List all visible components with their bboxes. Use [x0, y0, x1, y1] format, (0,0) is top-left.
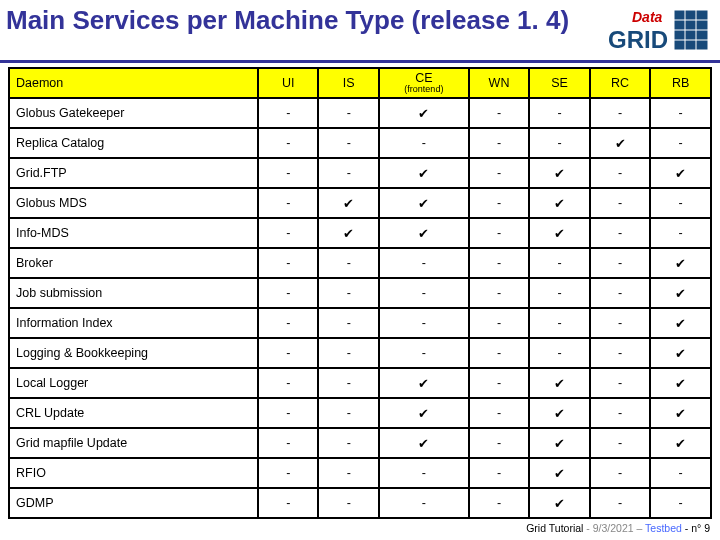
cell: -: [379, 278, 469, 308]
cell: -: [258, 458, 319, 488]
table-row: GDMP----✔--: [9, 488, 711, 518]
cell: -: [590, 218, 651, 248]
slide-title: Main Services per Machine Type (release …: [6, 6, 569, 35]
table-row: CRL Update--✔-✔-✔: [9, 398, 711, 428]
table-row: Replica Catalog-----✔-: [9, 128, 711, 158]
cell: ✔: [529, 488, 590, 518]
cell: -: [258, 428, 319, 458]
cell: ✔: [379, 398, 469, 428]
cell: -: [318, 398, 379, 428]
svg-text:Data: Data: [632, 9, 663, 25]
col-ce: CE (frontend): [379, 68, 469, 98]
cell: -: [650, 128, 711, 158]
cell: -: [590, 428, 651, 458]
cell: -: [258, 248, 319, 278]
cell: -: [318, 458, 379, 488]
cell: -: [469, 368, 530, 398]
row-name: Information Index: [9, 308, 258, 338]
cell: -: [258, 278, 319, 308]
cell: ✔: [379, 218, 469, 248]
cell: -: [318, 158, 379, 188]
cell: -: [650, 188, 711, 218]
cell: ✔: [529, 398, 590, 428]
cell: ✔: [318, 218, 379, 248]
table-row: Local Logger--✔-✔-✔: [9, 368, 711, 398]
row-name: RFIO: [9, 458, 258, 488]
cell: ✔: [379, 428, 469, 458]
cell: -: [379, 128, 469, 158]
row-name: CRL Update: [9, 398, 258, 428]
cell: -: [529, 248, 590, 278]
cell: ✔: [650, 278, 711, 308]
col-is: IS: [318, 68, 379, 98]
cell: -: [469, 308, 530, 338]
cell: ✔: [650, 158, 711, 188]
table-row: Globus Gatekeeper--✔----: [9, 98, 711, 128]
cell: -: [258, 308, 319, 338]
cell: -: [379, 488, 469, 518]
cell: -: [469, 488, 530, 518]
table-row: Broker------✔: [9, 248, 711, 278]
row-name: Globus MDS: [9, 188, 258, 218]
cell: ✔: [650, 308, 711, 338]
cell: -: [258, 188, 319, 218]
row-name: Broker: [9, 248, 258, 278]
cell: -: [529, 278, 590, 308]
cell: ✔: [650, 398, 711, 428]
cell: -: [469, 98, 530, 128]
table-row: Globus MDS-✔✔-✔--: [9, 188, 711, 218]
cell: ✔: [529, 218, 590, 248]
cell: -: [469, 128, 530, 158]
cell: ✔: [529, 158, 590, 188]
cell: ✔: [529, 368, 590, 398]
cell: -: [379, 308, 469, 338]
cell: -: [590, 338, 651, 368]
cell: -: [590, 278, 651, 308]
table-row: Logging & Bookkeeping------✔: [9, 338, 711, 368]
table-row: Grid mapfile Update--✔-✔-✔: [9, 428, 711, 458]
cell: ✔: [650, 338, 711, 368]
row-name: Local Logger: [9, 368, 258, 398]
datagrid-logo: Data GRID: [602, 6, 712, 58]
cell: ✔: [650, 428, 711, 458]
cell: -: [258, 368, 319, 398]
table-row: Job submission------✔: [9, 278, 711, 308]
col-rc: RC: [590, 68, 651, 98]
cell: -: [529, 98, 590, 128]
row-name: Grid mapfile Update: [9, 428, 258, 458]
cell: -: [469, 188, 530, 218]
row-name: Job submission: [9, 278, 258, 308]
cell: -: [318, 338, 379, 368]
slide-footer: Grid Tutorial - 9/3/2021 – Testbed - n° …: [526, 522, 710, 534]
cell: -: [590, 98, 651, 128]
cell: ✔: [379, 158, 469, 188]
cell: ✔: [379, 188, 469, 218]
cell: -: [318, 488, 379, 518]
cell: -: [529, 128, 590, 158]
cell: -: [318, 248, 379, 278]
table-row: RFIO----✔--: [9, 458, 711, 488]
cell: -: [258, 338, 319, 368]
cell: ✔: [590, 128, 651, 158]
cell: ✔: [529, 428, 590, 458]
cell: -: [529, 308, 590, 338]
cell: -: [318, 128, 379, 158]
cell: -: [469, 428, 530, 458]
row-name: Info-MDS: [9, 218, 258, 248]
cell: -: [469, 248, 530, 278]
cell: -: [469, 218, 530, 248]
table-row: Grid.FTP--✔-✔-✔: [9, 158, 711, 188]
col-rb: RB: [650, 68, 711, 98]
cell: -: [258, 158, 319, 188]
cell: -: [590, 158, 651, 188]
cell: -: [590, 248, 651, 278]
row-name: GDMP: [9, 488, 258, 518]
cell: ✔: [379, 368, 469, 398]
svg-text:GRID: GRID: [608, 26, 668, 53]
row-name: Grid.FTP: [9, 158, 258, 188]
cell: -: [650, 488, 711, 518]
table-row: Info-MDS-✔✔-✔--: [9, 218, 711, 248]
col-ui: UI: [258, 68, 319, 98]
cell: -: [318, 98, 379, 128]
cell: ✔: [529, 188, 590, 218]
